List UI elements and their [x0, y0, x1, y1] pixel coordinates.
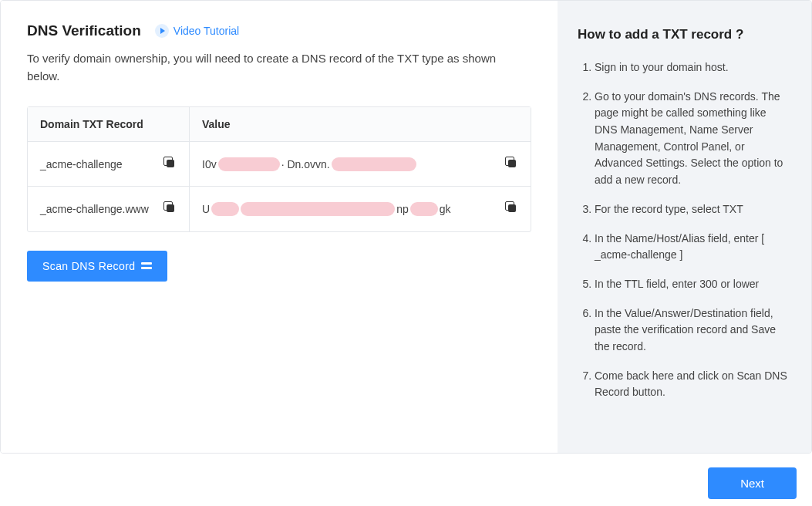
- table-row: _acme-challenge.www U np gk: [28, 187, 531, 231]
- record-name: _acme-challenge.www: [40, 203, 149, 215]
- txt-record-table: Domain TXT Record Value _acme-challenge …: [27, 106, 531, 232]
- redacted: [410, 202, 438, 216]
- copy-icon[interactable]: [507, 159, 518, 170]
- value-fragment: · Dn.ovvn.: [281, 158, 330, 170]
- value-fragment: np: [396, 203, 409, 215]
- copy-icon[interactable]: [166, 204, 177, 214]
- value-text: I0v · Dn.ovvn.: [202, 157, 501, 171]
- help-step: Go to your domain's DNS records. The pag…: [595, 89, 791, 189]
- main-panel: DNS Verification Video Tutorial To verif…: [1, 1, 558, 453]
- value-fragment: U: [202, 203, 210, 215]
- help-step: In the Value/Answer/Destination field, p…: [595, 305, 791, 356]
- next-button[interactable]: Next: [708, 467, 797, 499]
- video-tutorial-label: Video Tutorial: [174, 25, 239, 37]
- video-tutorial-link[interactable]: Video Tutorial: [155, 24, 239, 38]
- help-panel: How to add a TXT record ? Sign in to you…: [558, 1, 811, 453]
- table-header: Domain TXT Record Value: [28, 107, 531, 142]
- scan-dns-button[interactable]: Scan DNS Record: [27, 251, 167, 282]
- record-name: _acme-challenge: [40, 158, 123, 170]
- header-domain-record: Domain TXT Record: [28, 107, 190, 141]
- value-cell: I0v · Dn.ovvn.: [190, 157, 531, 171]
- description-text: To verify domain ownership, you will nee…: [27, 50, 521, 85]
- verification-panel: DNS Verification Video Tutorial To verif…: [0, 0, 812, 454]
- value-text: U np gk: [202, 202, 501, 216]
- play-icon: [155, 24, 169, 38]
- help-steps: Sign in to your domain host. Go to your …: [578, 59, 791, 401]
- copy-icon[interactable]: [507, 204, 518, 214]
- value-fragment: I0v: [202, 158, 217, 170]
- redacted: [218, 157, 280, 171]
- record-cell: _acme-challenge: [28, 142, 190, 186]
- record-cell: _acme-challenge.www: [28, 187, 190, 231]
- redacted: [241, 202, 395, 216]
- value-cell: U np gk: [190, 202, 531, 216]
- help-step: Sign in to your domain host.: [595, 59, 791, 76]
- table-row: _acme-challenge I0v · Dn.ovvn.: [28, 142, 531, 187]
- footer: Next: [0, 454, 812, 506]
- help-step: For the record type, select TXT: [595, 201, 791, 218]
- help-step: In the TTL field, enter 300 or lower: [595, 276, 791, 293]
- copy-icon[interactable]: [166, 159, 177, 170]
- page-title: DNS Verification: [27, 22, 141, 39]
- header-value: Value: [190, 107, 531, 141]
- scan-dns-label: Scan DNS Record: [42, 260, 135, 272]
- header-row: DNS Verification Video Tutorial: [27, 22, 531, 39]
- scan-icon: [141, 262, 152, 270]
- redacted: [332, 157, 416, 171]
- redacted: [211, 202, 239, 216]
- value-fragment: gk: [440, 203, 451, 215]
- help-step: In the Name/Host/Alias field, enter [ _a…: [595, 231, 791, 264]
- help-step: Come back here and click on Scan DNS Rec…: [595, 368, 791, 401]
- help-title: How to add a TXT record ?: [578, 27, 791, 42]
